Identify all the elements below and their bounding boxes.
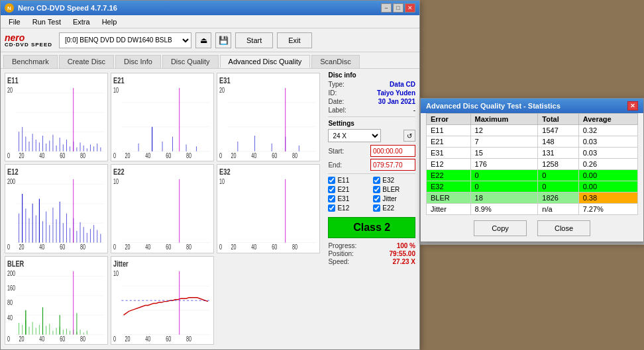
checkbox-e21-label: E21 <box>337 186 349 193</box>
checkbox-e11[interactable] <box>328 177 335 184</box>
eject-icon-button[interactable]: ⏏ <box>195 32 211 48</box>
checkbox-e21[interactable] <box>328 186 335 193</box>
checkbox-bler[interactable] <box>373 186 380 193</box>
chart-e31-svg: E31 20 0 20 40 60 80 <box>217 73 319 161</box>
tab-advanced-disc-quality[interactable]: Advanced Disc Quality <box>220 55 311 68</box>
exit-button[interactable]: Exit <box>277 32 311 48</box>
svg-text:0: 0 <box>7 335 10 343</box>
maximize-button[interactable]: □ <box>393 3 403 13</box>
cell-avg: 0.03 <box>578 136 637 148</box>
checkbox-e12[interactable] <box>328 204 335 212</box>
chart-jitter: Jitter 10 0 20 40 60 80 <box>111 256 214 345</box>
save-icon-button[interactable]: 💾 <box>215 32 231 48</box>
svg-text:20: 20 <box>231 243 237 251</box>
chart-jitter-svg: Jitter 10 0 20 40 60 80 <box>111 257 213 344</box>
svg-text:80: 80 <box>186 243 191 251</box>
tab-disc-quality[interactable]: Disc Quality <box>162 55 219 68</box>
svg-text:40: 40 <box>252 243 257 251</box>
chart-e21-svg: E21 10 0 20 40 60 80 <box>111 73 213 161</box>
menu-run-test[interactable]: Run Test <box>27 17 66 27</box>
title-bar-buttons: − □ ✕ <box>381 3 415 13</box>
svg-text:40: 40 <box>7 314 13 322</box>
class-badge: Class 2 <box>328 217 415 238</box>
cell-error: E11 <box>427 125 471 136</box>
checkbox-row-e11: E11 <box>328 177 370 184</box>
disc-info-title: Disc info <box>328 71 415 79</box>
close-button[interactable]: Close <box>537 220 590 236</box>
cell-max: 12 <box>470 125 538 136</box>
svg-text:20: 20 <box>219 87 225 95</box>
cell-avg: 0.03 <box>578 148 637 159</box>
tab-benchmark[interactable]: Benchmark <box>3 55 58 68</box>
disc-label-label: Label: <box>328 107 346 114</box>
cell-total: 131 <box>538 148 578 159</box>
table-row: E21 7 148 0.03 <box>427 136 638 148</box>
end-time-input[interactable] <box>370 159 415 171</box>
checkbox-e12-label: E12 <box>337 204 349 212</box>
end-label: End: <box>328 161 342 169</box>
disc-id-value: Taiyo Yuden <box>377 89 415 97</box>
menu-extra[interactable]: Extra <box>68 17 95 27</box>
disc-id-label: ID: <box>328 89 337 97</box>
checkbox-e11-label: E11 <box>337 177 349 184</box>
svg-text:E11: E11 <box>7 75 19 85</box>
start-button[interactable]: Start <box>235 32 273 48</box>
speed-label: Speed: <box>328 258 349 265</box>
checkbox-jitter-label: Jitter <box>382 195 397 202</box>
drive-selector[interactable]: [0:0] BENQ DVD DD DW1640 BSLB <box>59 32 191 48</box>
progress-position-row: Position: 79:55.00 <box>328 250 415 257</box>
toolbar: nero CD·DVD SPEED [0:0] BENQ DVD DD DW16… <box>1 28 419 52</box>
cell-max: 0 <box>470 170 538 181</box>
tab-create-disc[interactable]: Create Disc <box>59 55 114 68</box>
cell-max: 176 <box>470 159 538 170</box>
table-row: E12 176 1258 0.26 <box>427 159 638 170</box>
title-bar: N Nero CD-DVD Speed 4.7.7.16 − □ ✕ <box>1 1 419 15</box>
app-title: Nero CD-DVD Speed 4.7.7.16 <box>18 4 117 12</box>
checkbox-e32[interactable] <box>373 177 380 184</box>
table-row-e22: E22 0 0 0.00 <box>427 170 638 181</box>
chart-e31: E31 20 0 20 40 60 80 <box>217 73 320 161</box>
start-time-input[interactable] <box>370 145 415 157</box>
separator-2 <box>328 173 415 174</box>
title-bar-left: N Nero CD-DVD Speed 4.7.7.16 <box>5 3 117 13</box>
svg-text:0: 0 <box>113 243 116 251</box>
svg-text:BLER: BLER <box>7 259 24 268</box>
stats-window-close-button[interactable]: ✕ <box>627 101 638 110</box>
chart-e22-svg: E22 10 0 20 40 60 80 <box>111 165 213 252</box>
menu-help[interactable]: Help <box>97 17 123 27</box>
disc-id-row: ID: Taiyo Yuden <box>328 89 415 97</box>
minimize-button[interactable]: − <box>381 3 392 13</box>
close-button[interactable]: ✕ <box>405 3 415 13</box>
table-row-jitter: Jitter 8.9% n/a 7.27% <box>427 204 638 215</box>
checkbox-e22[interactable] <box>373 204 380 212</box>
speed-selector[interactable]: 24 X Maximum 4 X 8 X 16 X 32 X 40 X 48 X <box>328 129 381 142</box>
cell-total: 1258 <box>538 159 578 170</box>
stats-table: Error Maximum Total Average E11 12 1547 … <box>426 113 638 215</box>
refresh-button[interactable]: ↺ <box>403 130 415 142</box>
checkbox-e31[interactable] <box>328 195 335 202</box>
svg-text:0: 0 <box>7 152 10 160</box>
menu-file[interactable]: File <box>3 17 26 27</box>
speed-value: 27.23 X <box>393 258 415 265</box>
svg-text:200: 200 <box>7 178 15 186</box>
cell-avg: 0.00 <box>578 170 637 181</box>
checkbox-jitter[interactable] <box>373 195 380 202</box>
chart-e32-svg: E32 10 0 20 40 60 80 <box>217 165 319 252</box>
nero-logo: nero CD·DVD SPEED <box>5 33 52 48</box>
col-error: Error <box>427 114 471 125</box>
chart-empty <box>217 256 320 345</box>
svg-text:0: 0 <box>7 243 10 251</box>
tab-scan-disc[interactable]: ScanDisc <box>311 55 359 68</box>
tab-disc-info[interactable]: Disc Info <box>115 55 161 68</box>
copy-button[interactable]: Copy <box>474 220 527 236</box>
svg-text:40: 40 <box>146 152 151 160</box>
stats-table-wrapper: Error Maximum Total Average E11 12 1547 … <box>421 113 643 215</box>
disc-label-row: Label: - <box>328 107 415 114</box>
svg-text:0: 0 <box>219 152 222 160</box>
svg-text:20: 20 <box>19 335 25 343</box>
checkbox-row-e21: E21 <box>328 186 370 193</box>
cell-max: 0 <box>470 181 538 193</box>
cell-max: 8.9% <box>470 204 538 215</box>
main-content: E11 20 0 20 40 60 80 <box>1 69 419 349</box>
svg-text:200: 200 <box>7 270 15 278</box>
